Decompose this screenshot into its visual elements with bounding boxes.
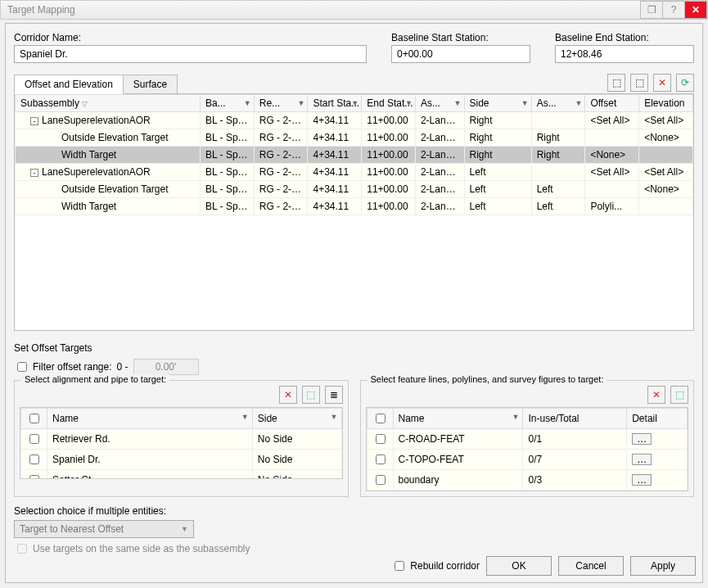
pick-feature-icon[interactable]: ⬚ xyxy=(670,386,688,404)
featureline-legend: Select feature lines, polylines, and sur… xyxy=(368,374,607,384)
baseline-start-input[interactable] xyxy=(391,45,530,63)
col-start-sta: Start Sta...▼ xyxy=(308,95,362,112)
col-offset: Offset xyxy=(585,95,639,112)
same-side-checkbox xyxy=(17,544,27,554)
window-title: Target Mapping xyxy=(7,4,75,16)
detail-button[interactable]: … xyxy=(632,454,652,465)
multi-entities-select[interactable]: Target to Nearest Offset▼ xyxy=(14,520,194,538)
col-subassembly: Subassembly ▽ xyxy=(16,95,201,112)
alignment-grid[interactable]: Name▼ Side▼ Retriever Rd.No SideSpaniel … xyxy=(20,408,342,479)
baseline-start-label: Baseline Start Station: xyxy=(391,32,530,43)
list-item[interactable]: Spaniel Dr.No Side xyxy=(21,450,342,470)
featureline-grid[interactable]: Name▼ In-use/Total Detail C-ROAD-FEAT0/1… xyxy=(367,408,688,491)
restore-icon[interactable]: ❐ xyxy=(640,1,663,19)
close-icon[interactable]: ✕ xyxy=(684,1,707,19)
tab-offset-elevation[interactable]: Offset and Elevation xyxy=(14,75,124,94)
list-item[interactable]: C-ROAD-FEAT0/1… xyxy=(367,429,688,450)
clear-feature-icon[interactable]: ✕ xyxy=(647,386,665,404)
alignment-legend: Select alignment and pipe to target: xyxy=(21,374,169,384)
multi-entities-label: Selection choice if multiple entities: xyxy=(14,505,694,517)
col-assembly: As...▼ xyxy=(415,95,464,112)
title-bar: Target Mapping ❐ ? ✕ xyxy=(0,0,708,20)
clear-alignment-icon[interactable]: ✕ xyxy=(279,386,297,404)
set-offset-targets-label: Set Offset Targets xyxy=(14,342,694,354)
feature-select-all[interactable] xyxy=(376,414,386,423)
table-row[interactable]: -LaneSuperelevationAORBL - Spa...RG - 2-… xyxy=(16,164,693,181)
detail-button[interactable]: … xyxy=(632,474,652,486)
corridor-name-input[interactable] xyxy=(14,45,367,63)
alignment-select-all[interactable] xyxy=(29,414,39,423)
table-row[interactable]: Width TargetBL - Spa...RG - 2-L...4+34.1… xyxy=(16,147,693,164)
filter-offset-checkbox[interactable] xyxy=(17,362,27,372)
table-row[interactable]: -LaneSuperelevationAORBL - Spa...RG - 2-… xyxy=(16,112,693,129)
col-side: Side▼ xyxy=(464,95,531,112)
target-grid[interactable]: Subassembly ▽ Ba...▼ Re...▼ Start Sta...… xyxy=(15,94,693,215)
cancel-button[interactable]: Cancel xyxy=(558,556,624,576)
filter-offset-input[interactable] xyxy=(133,359,199,375)
baseline-end-input[interactable] xyxy=(555,45,694,63)
corridor-name-label: Corridor Name: xyxy=(14,32,367,43)
detail-button[interactable]: … xyxy=(632,433,652,445)
list-item[interactable]: boundary0/3… xyxy=(367,470,688,491)
table-row[interactable]: Outside Elevation TargetBL - Spa...RG - … xyxy=(16,129,693,147)
table-row[interactable]: Outside Elevation TargetBL - Spa...RG - … xyxy=(16,181,693,198)
list-item[interactable]: C-TOPO-FEAT0/7… xyxy=(367,450,688,470)
tab-surface[interactable]: Surface xyxy=(123,75,178,94)
ok-button[interactable]: OK xyxy=(486,556,552,576)
list-item[interactable]: Setter Ct.No Side xyxy=(21,470,342,480)
refresh-icon[interactable]: ⟳ xyxy=(676,74,694,92)
help-icon[interactable]: ? xyxy=(662,1,685,19)
pick-alignment-icon[interactable]: ⬚ xyxy=(302,386,320,404)
col-end-sta: End Stat...▼ xyxy=(362,95,416,112)
tree-collapse-icon[interactable]: ⬚ xyxy=(630,74,648,92)
table-row[interactable]: Width TargetBL - Spa...RG - 2-L...4+34.1… xyxy=(16,198,693,215)
clear-filter-icon[interactable]: ✕ xyxy=(653,74,671,92)
baseline-end-label: Baseline End Station: xyxy=(555,32,694,43)
col-as2: As...▼ xyxy=(531,95,585,112)
list-item[interactable]: Retriever Rd.No Side xyxy=(21,429,342,450)
layers-icon[interactable]: ≣ xyxy=(325,386,343,404)
apply-button[interactable]: Apply xyxy=(630,556,696,576)
col-region: Re...▼ xyxy=(254,95,308,112)
rebuild-corridor-checkbox[interactable] xyxy=(395,561,404,571)
col-baseline: Ba...▼ xyxy=(201,95,255,112)
col-elevation: Elevation xyxy=(639,95,693,112)
tree-expand-icon[interactable]: ⬚ xyxy=(607,74,625,92)
